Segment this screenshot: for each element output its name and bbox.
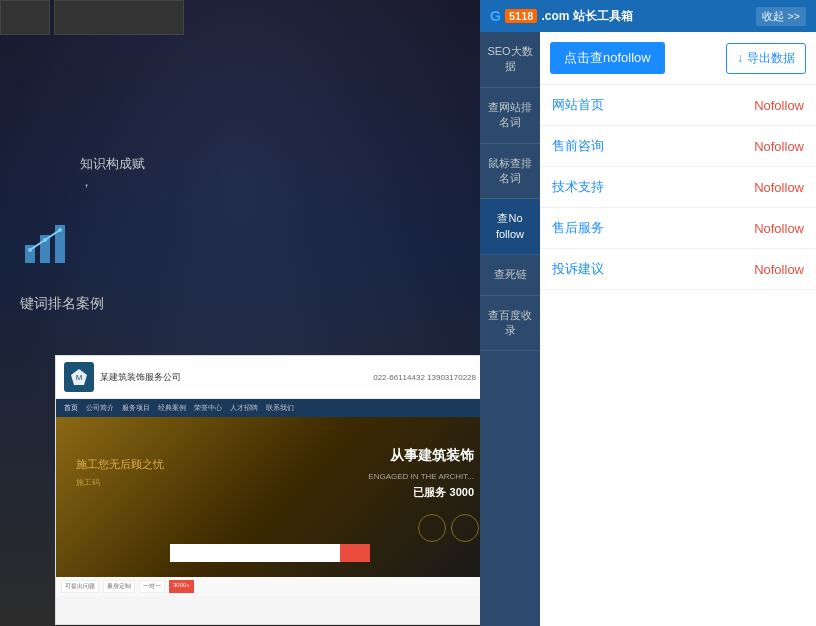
nav-mouse-rank-label: 鼠标查排名词 xyxy=(488,157,532,184)
site-banner: 施工您无后顾之忧 施工码 从事建筑装饰 ENGAGED IN THE ARCHI… xyxy=(56,417,480,577)
result-link-4[interactable]: 售后服务 xyxy=(552,219,604,237)
banner-sub-text: ENGAGED IN THE ARCHIT... xyxy=(368,472,474,481)
toolbar-body: SEO大数据 查网站排名词 鼠标查排名词 查No follow 查死链 查百度收… xyxy=(480,32,816,626)
badge-1 xyxy=(418,514,446,542)
nav-seo-data-label: SEO大数据 xyxy=(487,45,532,72)
nav-contact: 联系我们 xyxy=(266,403,294,413)
site-header: M 某建筑装饰服务公司 022-66114432 13903170228 xyxy=(56,356,480,399)
result-row-1: 网站首页 Nofollow xyxy=(540,85,816,126)
logo-svg: M xyxy=(69,367,89,387)
bottom-item-1: 可提出问题 xyxy=(61,580,99,593)
toolbar-panel: G 5118 .com 站长工具箱 收起 >> SEO大数据 查网站排名词 鼠标… xyxy=(480,0,816,626)
site-nav: 首页 公司简介 服务项目 经典案例 荣誉中心 人才招聘 联系我们 xyxy=(56,399,480,417)
site-logo-text: 某建筑装饰服务公司 xyxy=(100,371,181,384)
action-row: 点击查nofollow ↓ 导出数据 xyxy=(540,32,816,85)
banner-main-text: 从事建筑装饰 xyxy=(390,447,474,465)
export-button[interactable]: ↓ 导出数据 xyxy=(726,43,806,74)
bottom-item-2: 量身定制 xyxy=(103,580,135,593)
text-line2: ， xyxy=(80,173,145,191)
banner-badges xyxy=(418,514,479,542)
svg-point-4 xyxy=(43,238,47,242)
site-preview: M 某建筑装饰服务公司 022-66114432 13903170228 首页 … xyxy=(55,355,480,625)
bar-chart-icon xyxy=(20,210,80,270)
banner-number: 已服务 3000 xyxy=(413,485,474,500)
collapse-button[interactable]: 收起 >> xyxy=(756,7,806,26)
toolbar-header: G 5118 .com 站长工具箱 收起 >> xyxy=(480,0,816,32)
result-link-5[interactable]: 投诉建议 xyxy=(552,260,604,278)
nav-recruit: 人才招聘 xyxy=(230,403,258,413)
nav-dead-links-label: 查死链 xyxy=(494,268,527,280)
nav-dead-links[interactable]: 查死链 xyxy=(480,255,540,295)
search-input-mock xyxy=(170,544,340,562)
nav-nofollow[interactable]: 查No follow xyxy=(480,199,540,255)
bottom-item-4: 3000+ xyxy=(169,580,194,593)
nav-home: 首页 xyxy=(64,403,78,413)
nav-service: 服务项目 xyxy=(122,403,150,413)
export-icon: ↓ xyxy=(737,51,743,65)
result-row-4: 售后服务 Nofollow xyxy=(540,208,816,249)
nav-rank-check[interactable]: 查网站排名词 xyxy=(480,88,540,144)
badge-2 xyxy=(451,514,479,542)
nav-rank-check-label: 查网站排名词 xyxy=(488,101,532,128)
nav-nofollow-label: 查No follow xyxy=(496,212,524,239)
bottom-item-3: 一对一 xyxy=(139,580,165,593)
chart-area xyxy=(20,210,80,274)
logo-icon: M xyxy=(64,362,94,392)
keyword-label: 键词排名案例 xyxy=(20,295,104,313)
site-phone: 022-66114432 13903170228 xyxy=(373,373,476,382)
result-status-1: Nofollow xyxy=(754,98,804,113)
result-status-4: Nofollow xyxy=(754,221,804,236)
toolbar-content: 点击查nofollow ↓ 导出数据 网站首页 Nofollow 售前咨询 No… xyxy=(540,32,816,626)
svg-point-5 xyxy=(58,228,62,232)
top-image-1 xyxy=(0,0,50,35)
top-images xyxy=(0,0,184,35)
background-area: 知识构成赋 ， 键词排名案例 M 某建筑装饰服务公司 022-66114432 … xyxy=(0,0,480,626)
result-link-3[interactable]: 技术支持 xyxy=(552,178,604,196)
nav-baidu-index-label: 查百度收录 xyxy=(488,309,532,336)
nav-seo-data[interactable]: SEO大数据 xyxy=(480,32,540,88)
result-row-5: 投诉建议 Nofollow xyxy=(540,249,816,290)
nav-mouse-rank[interactable]: 鼠标查排名词 xyxy=(480,144,540,200)
svg-point-3 xyxy=(28,248,32,252)
nav-cases: 经典案例 xyxy=(158,403,186,413)
site-bottom: 可提出问题 量身定制 一对一 3000+ xyxy=(56,577,480,596)
result-status-5: Nofollow xyxy=(754,262,804,277)
check-nofollow-button[interactable]: 点击查nofollow xyxy=(550,42,665,74)
top-image-2 xyxy=(54,0,184,35)
result-status-3: Nofollow xyxy=(754,180,804,195)
search-btn-mock xyxy=(340,544,370,562)
banner-overlay-text: 施工您无后顾之忧 xyxy=(76,457,164,472)
toolbar-logo: G 5118 .com 站长工具箱 xyxy=(490,8,633,25)
toolbar-nav: SEO大数据 查网站排名词 鼠标查排名词 查No follow 查死链 查百度收… xyxy=(480,32,540,626)
logo-5118: 5118 xyxy=(505,9,537,23)
logo-suffix: 站长工具箱 xyxy=(573,8,633,25)
result-row-3: 技术支持 Nofollow xyxy=(540,167,816,208)
text-content: 知识构成赋 ， xyxy=(80,155,145,191)
banner-sub2: 施工码 xyxy=(76,477,100,488)
search-bar xyxy=(170,544,370,562)
results-list: 网站首页 Nofollow 售前咨询 Nofollow 技术支持 Nofollo… xyxy=(540,85,816,626)
nav-about: 公司简介 xyxy=(86,403,114,413)
logo-domain: .com xyxy=(541,9,569,23)
svg-text:M: M xyxy=(76,373,83,382)
logo-g: G xyxy=(490,8,501,24)
export-label: 导出数据 xyxy=(747,50,795,67)
text-line1: 知识构成赋 xyxy=(80,155,145,173)
result-link-2[interactable]: 售前咨询 xyxy=(552,137,604,155)
result-link-1[interactable]: 网站首页 xyxy=(552,96,604,114)
site-logo: M 某建筑装饰服务公司 xyxy=(64,362,181,392)
result-status-2: Nofollow xyxy=(754,139,804,154)
nav-baidu-index[interactable]: 查百度收录 xyxy=(480,296,540,352)
nav-honor: 荣誉中心 xyxy=(194,403,222,413)
result-row-2: 售前咨询 Nofollow xyxy=(540,126,816,167)
